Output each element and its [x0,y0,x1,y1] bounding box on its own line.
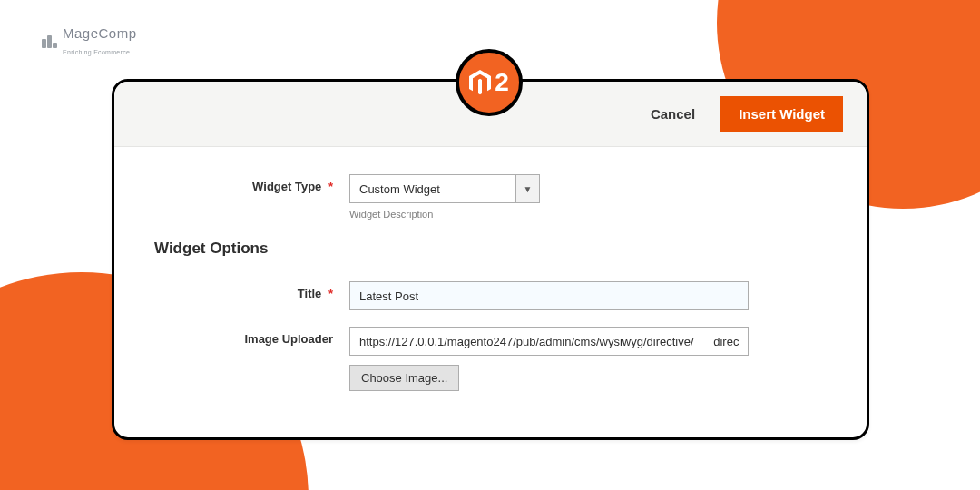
widget-type-select[interactable]: Custom Widget ▼ [349,174,540,203]
title-row: Title * [154,281,827,310]
brand-tagline: Enriching Ecommerce [63,49,130,55]
cancel-button[interactable]: Cancel [651,106,695,122]
image-url-input[interactable] [349,327,749,356]
badge-number: 2 [495,68,509,97]
required-marker: * [328,180,333,193]
title-label: Title * [154,281,349,300]
insert-widget-modal: Cancel Insert Widget Widget Type * Custo… [112,79,869,440]
image-uploader-row: Image Uploader Choose Image... [154,327,827,391]
image-uploader-label: Image Uploader [154,327,349,346]
required-marker: * [328,287,333,300]
widget-type-label: Widget Type * [154,174,349,193]
widget-type-row: Widget Type * Custom Widget ▼ Widget Des… [154,174,827,220]
widget-type-value: Custom Widget [350,175,515,202]
choose-image-button[interactable]: Choose Image... [349,365,459,391]
widget-type-help: Widget Description [349,209,827,220]
brand-name: MageComp [63,25,137,41]
insert-widget-button[interactable]: Insert Widget [720,96,843,132]
magento-icon [469,70,491,95]
modal-body: Widget Type * Custom Widget ▼ Widget Des… [114,147,867,426]
title-input[interactable] [349,281,749,310]
chevron-down-icon: ▼ [515,175,539,202]
brand-logo: MageComp Enriching Ecommerce [42,25,137,58]
brand-logo-icon [42,35,57,48]
widget-options-heading: Widget Options [154,240,827,258]
magento2-badge: 2 [456,49,523,116]
